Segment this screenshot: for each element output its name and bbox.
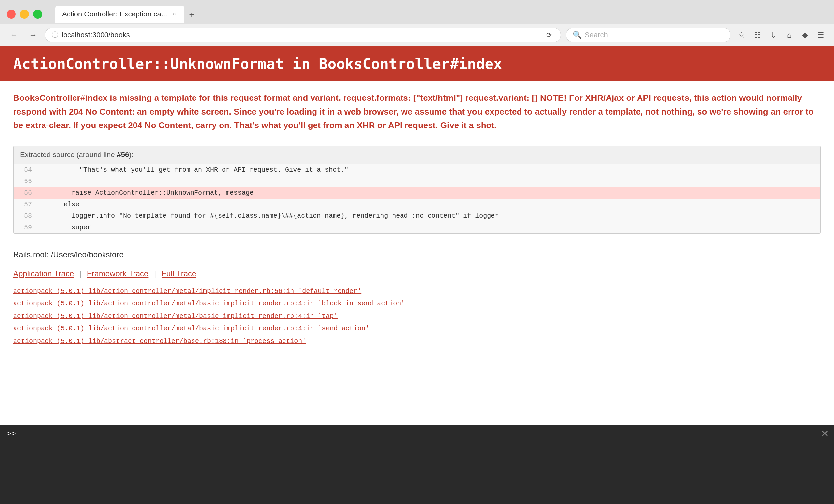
search-icon: 🔍 bbox=[573, 31, 581, 39]
trace-item[interactable]: actionpack (5.0.1) lib/action_controller… bbox=[13, 310, 821, 322]
line-number: 59 bbox=[14, 224, 40, 231]
shield-icon[interactable]: ◆ bbox=[798, 28, 812, 42]
active-tab[interactable]: Action Controller: Exception ca... × bbox=[56, 6, 184, 23]
trace-item[interactable]: actionpack (5.0.1) lib/action_controller… bbox=[13, 285, 821, 297]
line-code: super bbox=[40, 224, 91, 231]
error-description: BooksController#index is missing a templ… bbox=[0, 82, 834, 142]
nav-icons: ☆ ☷ ⇓ ⌂ ◆ ☰ bbox=[735, 28, 828, 42]
error-header: ActionController::UnknownFormat in Books… bbox=[0, 46, 834, 82]
source-header-end: ): bbox=[129, 151, 133, 159]
title-bar: Action Controller: Exception ca... × + bbox=[0, 0, 834, 24]
full-trace-link[interactable]: Full Trace bbox=[161, 269, 196, 278]
line-code: logger.info "No template found for #{sel… bbox=[40, 212, 499, 220]
security-icon: ⓘ bbox=[52, 30, 58, 39]
source-header-text: Extracted source (around line bbox=[20, 151, 117, 159]
forward-button[interactable]: → bbox=[26, 28, 40, 42]
line-number: 57 bbox=[14, 201, 40, 208]
reload-button[interactable]: ⟳ bbox=[544, 30, 554, 40]
reader-icon[interactable]: ☷ bbox=[751, 28, 764, 42]
tabs-bar: Action Controller: Exception ca... × + bbox=[49, 6, 206, 23]
error-title: ActionController::UnknownFormat in Books… bbox=[13, 55, 821, 72]
window-controls bbox=[6, 9, 42, 19]
source-line-number: #56 bbox=[117, 151, 129, 159]
home-icon[interactable]: ⌂ bbox=[783, 28, 796, 42]
code-line: 59 super bbox=[14, 222, 820, 233]
nav-bar: ← → ⓘ localhost:3000/books ⟳ 🔍 Search ☆ … bbox=[0, 24, 834, 46]
trace-item[interactable]: actionpack (5.0.1) lib/action_controller… bbox=[13, 297, 821, 310]
code-line: 56 raise ActionController::UnknownFormat… bbox=[14, 187, 820, 199]
rails-root: Rails.root: /Users/leo/bookstore bbox=[0, 244, 834, 266]
trace-sep-2: | bbox=[154, 269, 156, 278]
bookmark-icon[interactable]: ☆ bbox=[735, 28, 748, 42]
trace-links: Application Trace | Framework Trace | Fu… bbox=[0, 266, 834, 285]
line-number: 58 bbox=[14, 212, 40, 220]
terminal-prompt: >> bbox=[6, 430, 16, 438]
rails-root-text: Rails.root: /Users/leo/bookstore bbox=[13, 250, 124, 259]
page-content: ActionController::UnknownFormat in Books… bbox=[0, 46, 834, 487]
line-code: "That's what you'll get from an XHR or A… bbox=[40, 166, 348, 174]
trace-sep-1: | bbox=[80, 269, 82, 278]
line-number: 55 bbox=[14, 178, 40, 185]
source-section: Extracted source (around line #56): 54 "… bbox=[13, 145, 821, 233]
search-placeholder: Search bbox=[585, 31, 608, 39]
line-code: raise ActionController::UnknownFormat, m… bbox=[40, 189, 254, 197]
line-number: 56 bbox=[14, 189, 40, 197]
download-icon[interactable]: ⇓ bbox=[767, 28, 780, 42]
code-line: 58 logger.info "No template found for #{… bbox=[14, 210, 820, 222]
tab-close-button[interactable]: × bbox=[171, 11, 178, 18]
new-tab-button[interactable]: + bbox=[184, 7, 199, 23]
address-bar[interactable]: ⓘ localhost:3000/books ⟳ bbox=[45, 28, 561, 42]
application-trace-link[interactable]: Application Trace bbox=[13, 269, 74, 278]
minimize-button[interactable] bbox=[20, 9, 29, 19]
maximize-button[interactable] bbox=[33, 9, 42, 19]
line-number: 54 bbox=[14, 166, 40, 174]
code-line: 54 "That's what you'll get from an XHR o… bbox=[14, 164, 820, 176]
close-button[interactable] bbox=[6, 9, 16, 19]
line-code: else bbox=[40, 201, 80, 208]
trace-item[interactable]: actionpack (5.0.1) lib/action_controller… bbox=[13, 322, 821, 335]
address-text: localhost:3000/books bbox=[62, 31, 540, 39]
back-button[interactable]: ← bbox=[6, 28, 21, 42]
tab-title: Action Controller: Exception ca... bbox=[62, 10, 167, 19]
trace-list: actionpack (5.0.1) lib/action_controller… bbox=[0, 285, 834, 347]
code-line: 55 bbox=[14, 176, 820, 187]
code-line: 57 else bbox=[14, 199, 820, 210]
terminal-close-button[interactable]: ✕ bbox=[821, 428, 829, 439]
menu-icon[interactable]: ☰ bbox=[814, 28, 828, 42]
code-block: 54 "That's what you'll get from an XHR o… bbox=[14, 164, 820, 233]
search-bar[interactable]: 🔍 Search bbox=[566, 28, 730, 42]
source-header: Extracted source (around line #56): bbox=[14, 146, 820, 164]
framework-trace-link[interactable]: Framework Trace bbox=[87, 269, 149, 278]
terminal-bar: >> ✕ bbox=[0, 425, 834, 504]
trace-item[interactable]: actionpack (5.0.1) lib/abstract_controll… bbox=[13, 335, 821, 347]
browser-chrome: Action Controller: Exception ca... × + ←… bbox=[0, 0, 834, 46]
